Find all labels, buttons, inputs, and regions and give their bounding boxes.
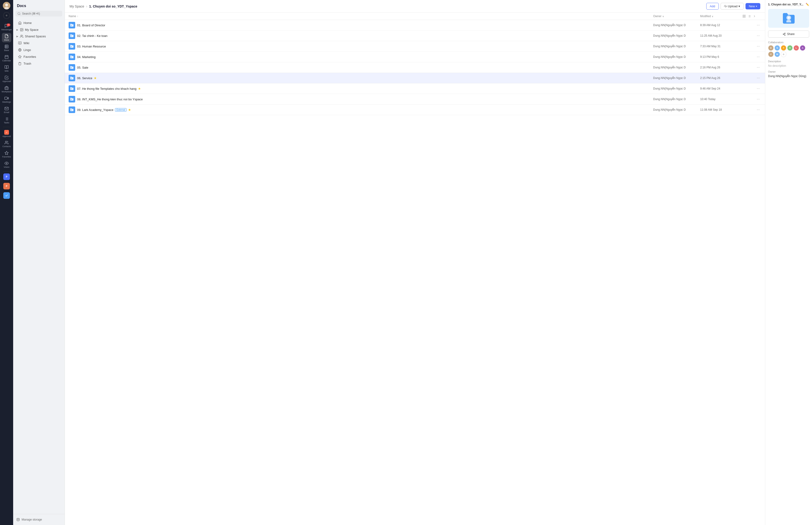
folder-big-icon [782, 11, 796, 25]
upload-icon [724, 5, 727, 8]
nav-divider [3, 127, 10, 127]
table-row[interactable]: 07. He thong file Templates cho khach ha… [65, 84, 765, 94]
owner-name: Dung.NN(Nguyễn Ngọc Dũng) [768, 75, 809, 78]
sidebar-item-approval2[interactable]: ✓ Approval [2, 129, 11, 138]
col-header-name[interactable]: Name ↑ [68, 15, 653, 18]
favorites-label: Favorites [24, 55, 36, 59]
col-header-owner[interactable]: Owner ∨ [653, 15, 700, 18]
sidebar-item-favorites-docs[interactable]: Favorites [15, 53, 63, 60]
sidebar-item-workplace[interactable]: Workplace [2, 85, 11, 94]
owner-cell: Dung.NN(Nguyễn Ngọc D [653, 97, 700, 101]
sidebar-item-favorites[interactable]: Favorites [2, 150, 11, 159]
sidebar-item-trash[interactable]: Trash [15, 60, 63, 67]
modified-cell: 11:25 AM Aug 20 [700, 34, 742, 38]
more-options-button[interactable]: ··· [755, 65, 761, 70]
new-chevron-icon: ▾ [756, 5, 757, 7]
actions-cell: ··· [742, 107, 761, 112]
more-options-button[interactable]: ··· [755, 86, 761, 91]
table-row[interactable]: 03. Human Resource Dung.NN(Nguyễn Ngọc D… [65, 41, 765, 52]
user-avatar[interactable] [3, 2, 10, 10]
file-name-cell: 01. Board of Director [77, 24, 653, 27]
svg-rect-13 [5, 97, 7, 100]
sidebar-item-contacts[interactable]: Contacts [2, 139, 11, 149]
sidebar-item-meetings[interactable]: Meetings [2, 95, 11, 104]
svg-line-47 [784, 34, 785, 35]
file-name-text: 09. Lark Academy_Yspace [77, 108, 113, 111]
file-folder-icon [68, 22, 75, 28]
table-row[interactable]: 02. Tai chinh - Ke toan Dung.NN(Nguyễn N… [65, 31, 765, 41]
upload-button[interactable]: Upload ▾ [721, 3, 744, 10]
search-area[interactable]: Search (⌘+K) [13, 10, 65, 18]
file-table: Name ↑ Owner ∨ Modified ∨ 01. Board of D [65, 13, 765, 525]
table-row[interactable]: 08. INT_KMS_He thong kien thuc noi bo Ys… [65, 94, 765, 105]
star-icon[interactable]: ★ [94, 76, 97, 80]
table-row[interactable]: 01. Board of Director Dung.NN(Nguyễn Ngọ… [65, 20, 765, 31]
wiki-icon [18, 41, 21, 45]
messenger-badge: 7 [6, 24, 10, 26]
file-name-text: 02. Tai chinh - Ke toan [77, 34, 107, 38]
new-button[interactable]: New ▾ [746, 3, 760, 10]
table-row[interactable]: 09. Lark Academy_Yspace External ★ Dung.… [65, 105, 765, 115]
sidebar-item-base[interactable]: Base [2, 43, 11, 52]
more-options-button[interactable]: ··· [755, 33, 761, 38]
breadcrumb-current: 1. Chuyen doi so_YDT_Yspace [89, 4, 137, 8]
table-row[interactable]: 04. Marketing Dung.NN(Nguyễn Ngọc D 9:13… [65, 52, 765, 62]
sidebar-item-vision[interactable]: Vision [2, 160, 11, 169]
col-header-modified[interactable]: Modified ∨ [700, 15, 742, 18]
sidebar-item-wiki[interactable]: Wiki [2, 64, 11, 73]
sidebar-item-home[interactable]: Home [15, 19, 63, 26]
more-options-button[interactable]: ··· [755, 22, 761, 28]
more-options-button[interactable]: ··· [755, 107, 761, 112]
more-options-button[interactable]: ··· [755, 54, 761, 59]
sharedspaces-arrow: ▶ [16, 35, 18, 38]
edit-title-icon[interactable]: ✏️ [806, 3, 809, 6]
col-modified-sort-icon: ∨ [712, 15, 713, 18]
sidebar-item-email[interactable]: Email [2, 105, 11, 115]
add-org-button[interactable]: + [3, 12, 10, 19]
right-panel: 1. Chuyen doi so_YDT_Y... ✏️ Share Colla… [765, 0, 812, 525]
share-icon [783, 33, 786, 36]
file-name-cell: 07. He thong file Templates cho khach ha… [77, 87, 653, 90]
main-header: My Space › 1. Chuyen doi so_YDT_Yspace A… [65, 0, 765, 13]
sidebar-item-approval[interactable]: Approval [2, 74, 11, 84]
list-view-icon[interactable] [748, 15, 751, 18]
sidebar-item-docs[interactable]: Docs [2, 33, 11, 42]
add-button[interactable]: Add [706, 3, 719, 10]
grid-view-icon[interactable] [742, 15, 746, 18]
table-row[interactable]: 05. Sale Dung.NN(Nguyễn Ngọc D 2:16 PM A… [65, 62, 765, 73]
star-icon[interactable]: ★ [138, 87, 141, 90]
more-options-button[interactable]: ··· [755, 75, 761, 80]
sidebar-item-tasks[interactable]: Tasks [2, 116, 11, 125]
sidebar-item-myspace[interactable]: ▶ My Space [13, 26, 65, 33]
sidebar-item-calendar[interactable]: Calendar [2, 54, 11, 63]
add-collaborator-button[interactable] [781, 51, 786, 57]
table-row[interactable]: 06. Service ★ Dung.NN(Nguyễn Ngọc D 2:15… [65, 73, 765, 84]
breadcrumb-myspace[interactable]: My Space [70, 4, 84, 8]
file-name-cell: 03. Human Resource [77, 45, 653, 48]
more-options-button[interactable]: ··· [755, 44, 761, 49]
org-pancake2[interactable]: P [3, 183, 10, 190]
home-icon [18, 21, 21, 25]
more-options-button[interactable]: ··· [755, 96, 761, 102]
table-header-row: Name ↑ Owner ∨ Modified ∨ [65, 13, 765, 20]
folder-small-icon [70, 34, 74, 38]
file-name-cell: 08. INT_KMS_He thong kien thuc noi bo Ys… [77, 97, 653, 101]
col-header-actions [742, 15, 761, 18]
folder-small-icon [70, 97, 74, 101]
share-button[interactable]: Share [768, 31, 809, 38]
svg-marker-12 [7, 97, 9, 99]
sidebar-item-sharedspaces[interactable]: ▶ Shared Spaces [13, 33, 65, 40]
sidebar-item-wiki-docs[interactable]: Wiki [15, 40, 63, 46]
org-task1[interactable] [3, 192, 10, 199]
folder-preview [768, 9, 809, 28]
description-section: Description No description [768, 60, 809, 68]
col-owner-label: Owner [653, 15, 661, 18]
sidebar-item-lingo[interactable]: Lingo [15, 46, 63, 53]
sidebar-item-messenger[interactable]: 7 Messenger [2, 22, 11, 32]
manage-storage-button[interactable]: Manage storage [16, 517, 61, 522]
star-icon[interactable]: ★ [128, 108, 131, 111]
svg-point-43 [787, 17, 790, 19]
org-pancake1[interactable]: P [3, 174, 10, 180]
owner-cell: Dung.NN(Nguyễn Ngọc D [653, 34, 700, 38]
search-box[interactable]: Search (⌘+K) [16, 11, 62, 16]
